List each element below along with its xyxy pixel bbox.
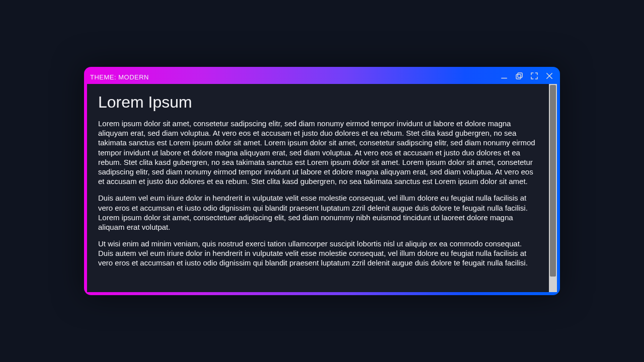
svg-rect-1 — [518, 73, 522, 77]
content-heading: Lorem Ipsum — [98, 93, 538, 112]
minimize-icon[interactable] — [500, 71, 509, 82]
titlebar[interactable]: THEME: MODERN — [87, 70, 557, 84]
content-paragraph: Duis autem vel eum iriure dolor in hendr… — [98, 193, 538, 232]
maximize-icon[interactable] — [530, 71, 539, 82]
window-title: THEME: MODERN — [90, 73, 500, 81]
content-area: Lorem Ipsum Lorem ipsum dolor sit amet, … — [87, 84, 549, 292]
modal-window: THEME: MODERN Lorem Ipsum Lorem ipsum do… — [84, 67, 560, 295]
close-icon[interactable] — [545, 71, 554, 82]
content-paragraph: Ut wisi enim ad minim veniam, quis nostr… — [98, 239, 538, 268]
window-controls — [500, 71, 554, 82]
scrollbar-thumb[interactable] — [550, 85, 556, 277]
restore-icon[interactable] — [515, 71, 524, 82]
scrollbar[interactable] — [549, 84, 557, 292]
content-paragraph: Lorem ipsum dolor sit amet, consetetur s… — [98, 119, 538, 186]
window-body: Lorem Ipsum Lorem ipsum dolor sit amet, … — [87, 84, 557, 292]
svg-rect-2 — [516, 74, 521, 79]
